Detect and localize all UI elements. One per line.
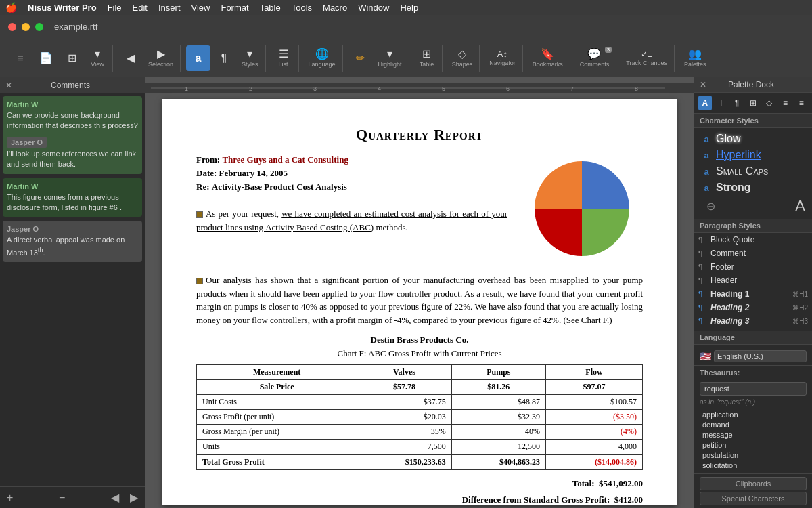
highlight-button[interactable]: ✏ [348, 45, 373, 71]
comments-close-button[interactable]: ✕ [5, 81, 12, 90]
next-comment-button[interactable]: ▶ [126, 490, 142, 505]
palette-tab-text[interactable]: T [715, 96, 728, 110]
palette-tab-1[interactable]: ≡ [779, 96, 792, 110]
doc-from: From: Three Guys and a Cat Consulting [196, 154, 508, 165]
comment-author-1: Martin W [7, 100, 138, 108]
para-style-footer[interactable]: ¶ Footer [694, 260, 812, 274]
menu-view[interactable]: View [191, 3, 210, 13]
comments-button[interactable]: 💬 3 Comments [576, 45, 614, 71]
toolbar-group-selection: ◀ ▶ Selection [116, 45, 181, 72]
char-style-small-caps[interactable]: a Small Caps [697, 163, 809, 179]
table-button[interactable]: ⊞ Table [415, 45, 439, 71]
toolbar-group-list: ☰ List [269, 45, 299, 72]
thesaurus-input[interactable] [700, 382, 807, 396]
thesaurus-item-petition[interactable]: petition [700, 440, 807, 450]
para-style-heading3[interactable]: ¶ Heading 3 ⌘H3 [694, 314, 812, 328]
svg-text:1: 1 [185, 85, 188, 92]
thesaurus-item-message[interactable]: message [700, 430, 807, 440]
palette-tab-char-styles[interactable]: A [698, 96, 712, 110]
pie-chart [521, 154, 643, 263]
track-changes-button[interactable]: ✓± Track Changes [622, 45, 671, 71]
palette-tab-2[interactable]: ≡ [794, 96, 808, 110]
language-button[interactable]: 🌐 Language [304, 45, 340, 71]
language-select[interactable]: English (U.S.) [714, 350, 807, 362]
selection-next-button[interactable]: ▶ Selection [144, 45, 177, 71]
navigator-button[interactable]: A↕ Navigator [485, 45, 520, 71]
palette-close-button[interactable]: ✕ [700, 80, 706, 89]
chevron-down-icon: ▾ [95, 49, 100, 60]
para-style-comment[interactable]: ¶ Comment [694, 247, 812, 260]
minimize-button[interactable] [22, 23, 30, 31]
doc-header-info: From: Three Guys and a Cat Consulting Da… [196, 154, 508, 266]
menu-insert[interactable]: Insert [158, 3, 181, 13]
list-button[interactable]: ☰ List [271, 45, 296, 71]
para-style-header[interactable]: ¶ Header [694, 274, 812, 287]
menu-table[interactable]: Table [260, 3, 281, 13]
document-area[interactable]: 1 2 3 4 5 6 7 8 Quarterly Report [145, 77, 694, 508]
comment-item-2[interactable]: Martin W This figure comes from a previo… [3, 178, 142, 217]
doc-para-2: Our analysis has shown that a significan… [196, 274, 643, 326]
table-icon: ⊞ [422, 49, 431, 60]
close-button[interactable] [8, 23, 16, 31]
remove-comment-button[interactable]: − [55, 490, 69, 505]
styles-button[interactable]: a [186, 45, 210, 71]
comments-panel-title: Comments [51, 81, 90, 90]
doc-date: Date: February 14, 2005 [196, 168, 508, 179]
bookmarks-button[interactable]: 🔖 Bookmarks [528, 45, 567, 71]
thesaurus-item-solicitation[interactable]: solicitation [700, 461, 807, 470]
para-style-heading1[interactable]: ¶ Heading 1 ⌘H1 [694, 287, 812, 301]
menu-help[interactable]: Help [400, 3, 418, 13]
palette-tab-table[interactable]: ⊞ [746, 96, 760, 110]
styles-chevron-icon: ▾ [247, 49, 252, 60]
palette-tab-shapes[interactable]: ◇ [763, 96, 776, 110]
comment-text-3: A direct verbal appeal was made on March… [7, 235, 138, 257]
para-style-heading3-icon: ¶ [698, 317, 708, 325]
palette-tab-para[interactable]: ¶ [730, 96, 744, 110]
list-icon: ☰ [279, 49, 288, 60]
apple-menu[interactable]: 🍎 [5, 2, 17, 13]
para-style-heading2-icon: ¶ [698, 303, 708, 312]
menu-window[interactable]: Window [358, 3, 389, 13]
highlight-dropdown[interactable]: ▾ Highlight [374, 45, 406, 71]
char-style-glow[interactable]: a Glow [697, 131, 809, 147]
view-menu-button[interactable]: ≡ [8, 45, 32, 71]
menu-tools[interactable]: Tools [292, 3, 312, 13]
selection-prev-button[interactable]: ◀ [118, 45, 143, 71]
clipboards-button[interactable]: Clipboards [700, 477, 807, 490]
menu-macro[interactable]: Macro [323, 3, 347, 13]
change-marker-2 [196, 278, 203, 284]
comment-item-1[interactable]: Martin W Can we provide some background … [3, 96, 142, 174]
char-style-small-caps-label: Small Caps [716, 165, 768, 177]
char-style-hyperlink[interactable]: a Hyperlink [697, 147, 809, 163]
char-style-strong[interactable]: a Strong [697, 179, 809, 196]
document-page[interactable]: Quarterly Report From: Three Guys and a … [162, 99, 677, 505]
palettes-button[interactable]: 👥 Palettes [680, 45, 710, 71]
table-label: Table [420, 61, 434, 68]
remove-char-style-button[interactable]: ⊖ [706, 200, 715, 213]
thesaurus-item-postulation[interactable]: postulation [700, 450, 807, 460]
shapes-button[interactable]: ◇ Shapes [448, 45, 477, 71]
para-style-block-quote[interactable]: ¶ Block Quote [694, 233, 812, 247]
navigator-label: Navigator [489, 60, 516, 66]
thesaurus-item-demand[interactable]: demand [700, 420, 807, 429]
new-doc-button[interactable]: 📄 [34, 45, 58, 71]
menu-file[interactable]: File [108, 3, 122, 13]
special-characters-button[interactable]: Special Characters [700, 492, 807, 505]
app-name[interactable]: Nisus Writer Pro [28, 3, 97, 13]
toolbar-group-highlight: ✏ ▾ Highlight [346, 45, 409, 72]
pie-chart-container [521, 154, 643, 266]
paragraph-button[interactable]: ¶ [212, 45, 236, 71]
maximize-button[interactable] [35, 23, 43, 31]
prev-comment-button[interactable]: ◀ [107, 490, 123, 505]
main-window: example.rtf ≡ 📄 ⊞ ▾ View ◀ ▶ Sele [0, 15, 812, 508]
comment-item-3[interactable]: Jasper O A direct verbal appeal was made… [3, 221, 142, 261]
styles-dropdown[interactable]: ▾ Styles [238, 45, 263, 71]
add-comment-button[interactable]: + [3, 490, 17, 505]
view-dropdown[interactable]: ▾ View [85, 45, 110, 71]
menu-format[interactable]: Format [221, 3, 248, 13]
menu-edit[interactable]: Edit [133, 3, 148, 13]
grid-button[interactable]: ⊞ [60, 45, 84, 71]
language-section-title: Language [694, 331, 812, 345]
thesaurus-item-application[interactable]: application [700, 410, 807, 419]
para-style-heading2[interactable]: ¶ Heading 2 ⌘H2 [694, 301, 812, 314]
